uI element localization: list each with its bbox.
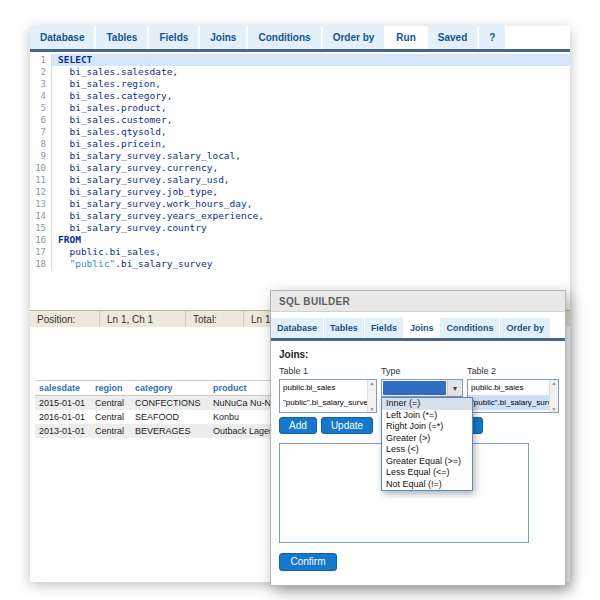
listbox-scrollbar[interactable]: ▲ ▼ bbox=[549, 380, 558, 412]
dropdown-option[interactable]: Less (<) bbox=[382, 444, 472, 456]
table2-label: Table 2 bbox=[467, 366, 496, 376]
code-line: bi_salary_survey.salary_local, bbox=[52, 150, 570, 162]
dialog-tab-bar: Database Tables Fields Joins Conditions … bbox=[271, 318, 565, 341]
listbox-scrollbar[interactable]: ▲ ▼ bbox=[367, 380, 376, 412]
tab-joins[interactable]: Joins bbox=[200, 26, 246, 49]
code-line: "public".bi_salary_survey bbox=[52, 258, 570, 270]
screen: Database Tables Fields Joins Conditions … bbox=[0, 0, 600, 600]
scroll-up-icon[interactable]: ▲ bbox=[552, 380, 557, 386]
dropdown-option[interactable]: Inner (=) bbox=[382, 398, 472, 410]
tab-order-by[interactable]: Order by bbox=[323, 26, 385, 49]
code-line: public.bi_sales, bbox=[52, 246, 570, 258]
line-number: 6 bbox=[30, 114, 52, 126]
column-header: region bbox=[91, 381, 131, 396]
line-number: 2 bbox=[30, 66, 52, 78]
scroll-down-icon[interactable]: ▼ bbox=[552, 406, 557, 412]
code-line: bi_sales.customer, bbox=[52, 114, 570, 126]
dialog-title: SQL BUILDER bbox=[271, 291, 565, 312]
dialog-tab-tables[interactable]: Tables bbox=[324, 318, 364, 338]
line-number: 16 bbox=[30, 234, 52, 246]
tab-fields[interactable]: Fields bbox=[149, 26, 198, 49]
confirm-button[interactable]: Confirm bbox=[279, 553, 337, 571]
cell-salesdate: 2013-01-01 bbox=[35, 424, 91, 438]
table2-listbox[interactable]: public.bi_sales "public".bi_salary_surve… bbox=[467, 379, 559, 413]
dropdown-option[interactable]: Greater (>) bbox=[382, 433, 472, 445]
dialog-tab-joins[interactable]: Joins bbox=[404, 318, 440, 338]
listbox-option[interactable]: public.bi_sales bbox=[468, 380, 549, 395]
code-line: bi_salary_survey.currency, bbox=[52, 162, 570, 174]
listbox-option-selected[interactable]: "public".bi_salary_survey bbox=[468, 395, 549, 410]
listbox-option[interactable]: "public".bi_salary_survey bbox=[280, 395, 367, 410]
scroll-down-icon[interactable]: ▼ bbox=[370, 406, 375, 412]
table1-options: public.bi_sales "public".bi_salary_surve… bbox=[280, 380, 367, 412]
dropdown-option[interactable]: Greater Equal (>=) bbox=[382, 456, 472, 468]
position-label: Position: bbox=[30, 311, 100, 327]
scroll-up-icon[interactable]: ▲ bbox=[370, 380, 375, 386]
dropdown-option[interactable]: Right Join (=*) bbox=[382, 421, 472, 433]
tab-database[interactable]: Database bbox=[30, 26, 94, 49]
tab-conditions[interactable]: Conditions bbox=[248, 26, 320, 49]
line-number: 9 bbox=[30, 150, 52, 162]
dialog-tab-database[interactable]: Database bbox=[271, 318, 323, 338]
code-line: bi_sales.pricein, bbox=[52, 138, 570, 150]
code-line: bi_sales.qtysold, bbox=[52, 126, 570, 138]
line-number: 5 bbox=[30, 102, 52, 114]
column-header: category bbox=[131, 381, 209, 396]
code-line: bi_sales.category, bbox=[52, 90, 570, 102]
line-number: 3 bbox=[30, 78, 52, 90]
code-line: FROM bbox=[52, 234, 570, 246]
line-number: 12 bbox=[30, 186, 52, 198]
sql-editor[interactable]: 1SELECT 2 bi_sales.salesdate, 3 bi_sales… bbox=[30, 52, 570, 310]
line-number: 11 bbox=[30, 174, 52, 186]
line-number: 4 bbox=[30, 90, 52, 102]
code-line: bi_sales.salesdate, bbox=[52, 66, 570, 78]
tab-help[interactable]: ? bbox=[479, 26, 505, 49]
update-button[interactable]: Update bbox=[321, 417, 373, 434]
cell-region: Central bbox=[91, 410, 131, 424]
sql-builder-dialog: SQL BUILDER Database Tables Fields Joins… bbox=[270, 290, 566, 586]
add-button[interactable]: Add bbox=[279, 417, 317, 434]
joins-heading: Joins: bbox=[279, 349, 308, 360]
cell-salesdate: 2016-01-01 bbox=[35, 410, 91, 424]
type-label: Type bbox=[381, 366, 401, 376]
code-line: bi_sales.product, bbox=[52, 102, 570, 114]
quoted-schema: "public" bbox=[58, 258, 115, 269]
code-line: SELECT bbox=[52, 54, 570, 66]
dialog-tab-conditions[interactable]: Conditions bbox=[440, 318, 499, 338]
main-tab-bar: Database Tables Fields Joins Conditions … bbox=[30, 26, 570, 52]
cell-region: Central bbox=[91, 396, 131, 411]
dropdown-option[interactable]: Not Equal (!=) bbox=[382, 479, 472, 491]
code-line: bi_salary_survey.salary_usd, bbox=[52, 174, 570, 186]
line-number: 13 bbox=[30, 198, 52, 210]
line-number: 10 bbox=[30, 162, 52, 174]
line-number: 14 bbox=[30, 210, 52, 222]
table1-listbox[interactable]: public.bi_sales "public".bi_salary_surve… bbox=[279, 379, 377, 413]
code-line: bi_salary_survey.country bbox=[52, 222, 570, 234]
code-line: bi_sales.region, bbox=[52, 78, 570, 90]
chevron-down-icon: ▼ bbox=[447, 380, 462, 396]
tab-tables[interactable]: Tables bbox=[96, 26, 147, 49]
cell-region: Central bbox=[91, 424, 131, 438]
table2-options: public.bi_sales "public".bi_salary_surve… bbox=[468, 380, 549, 412]
dialog-tab-order-by[interactable]: Order by bbox=[500, 318, 550, 338]
identifier: .bi_salary_survey bbox=[115, 258, 212, 269]
dialog-tab-fields[interactable]: Fields bbox=[365, 318, 403, 338]
column-header: salesdate bbox=[35, 381, 91, 396]
selected-value-highlight bbox=[383, 381, 446, 395]
join-type-select[interactable]: ▼ bbox=[381, 379, 463, 397]
cell-category: BEVERAGES bbox=[131, 424, 209, 438]
listbox-option[interactable]: public.bi_sales bbox=[280, 380, 367, 395]
code-line: bi_salary_survey.work_hours_day, bbox=[52, 198, 570, 210]
position-value: Ln 1, Ch 1 bbox=[100, 311, 186, 327]
dropdown-option[interactable]: Less Equal (<=) bbox=[382, 467, 472, 479]
cell-category: CONFECTIONS bbox=[131, 396, 209, 411]
table1-label: Table 1 bbox=[279, 366, 308, 376]
join-type-dropdown: Inner (=) Left Join (*=) Right Join (=*)… bbox=[381, 397, 473, 491]
tab-run[interactable]: Run bbox=[386, 26, 425, 49]
code-line: bi_salary_survey.job_type, bbox=[52, 186, 570, 198]
line-number: 8 bbox=[30, 138, 52, 150]
line-number: 7 bbox=[30, 126, 52, 138]
line-number: 18 bbox=[30, 258, 52, 270]
tab-saved[interactable]: Saved bbox=[428, 26, 477, 49]
dropdown-option[interactable]: Left Join (*=) bbox=[382, 410, 472, 422]
